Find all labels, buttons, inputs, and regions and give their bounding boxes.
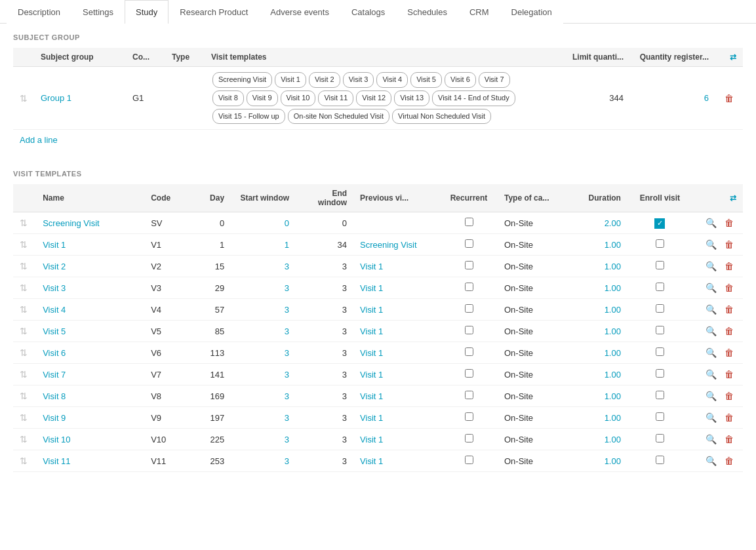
- recurrent-checkbox[interactable]: [440, 429, 498, 450]
- delete-button[interactable]: 🗑: [722, 411, 736, 424]
- start-window[interactable]: 3: [231, 385, 296, 407]
- nav-tab-study[interactable]: Study: [125, 0, 169, 24]
- search-button[interactable]: 🔍: [703, 454, 719, 467]
- start-window[interactable]: 3: [231, 342, 296, 364]
- visit-tag[interactable]: Visit 4: [376, 72, 408, 88]
- visit-name[interactable]: Visit 8: [36, 385, 144, 407]
- recurrent-checkbox[interactable]: [440, 299, 498, 321]
- start-window[interactable]: 3: [231, 277, 296, 299]
- drag-handle[interactable]: ⇅: [13, 450, 36, 472]
- drag-handle[interactable]: ⇅: [13, 256, 36, 277]
- search-button[interactable]: 🔍: [703, 260, 719, 273]
- visit-tag[interactable]: Visit 6: [445, 72, 476, 88]
- sg-col-settings[interactable]: ⇄: [715, 48, 743, 67]
- visit-name[interactable]: Visit 11: [36, 450, 144, 472]
- drag-handle[interactable]: ⇅: [13, 212, 36, 234]
- visit-name[interactable]: Visit 9: [36, 407, 144, 429]
- delete-button[interactable]: 🗑: [722, 454, 736, 467]
- enroll-visit-cell[interactable]: [627, 256, 692, 277]
- visit-tag[interactable]: On-site Non Scheduled Visit: [288, 109, 389, 125]
- delete-button[interactable]: 🗑: [722, 281, 736, 294]
- drag-handle[interactable]: ⇅: [13, 299, 36, 321]
- visit-name[interactable]: Visit 1: [36, 234, 144, 256]
- visit-tag[interactable]: Visit 14 - End of Study: [432, 90, 515, 106]
- enroll-visit-cell[interactable]: [627, 429, 692, 450]
- visit-tag[interactable]: Visit 3: [343, 72, 374, 88]
- start-window[interactable]: 3: [231, 407, 296, 429]
- start-window[interactable]: 0: [231, 212, 296, 234]
- enroll-visit-cell[interactable]: [627, 277, 692, 299]
- search-button[interactable]: 🔍: [703, 389, 719, 403]
- enroll-visit-cell[interactable]: [627, 342, 692, 364]
- recurrent-checkbox[interactable]: [440, 407, 498, 429]
- nav-tab-schedules[interactable]: Schedules: [396, 0, 458, 24]
- add-line-button[interactable]: Add a line: [13, 130, 743, 150]
- nav-tab-description[interactable]: Description: [7, 0, 71, 24]
- recurrent-checkbox[interactable]: [440, 234, 498, 256]
- enroll-visit-cell[interactable]: [627, 450, 692, 472]
- recurrent-checkbox[interactable]: [440, 212, 498, 234]
- visit-tag[interactable]: Visit 8: [212, 90, 244, 106]
- delete-button[interactable]: 🗑: [722, 324, 736, 338]
- start-window[interactable]: 3: [231, 299, 296, 321]
- visit-tag[interactable]: Visit 12: [356, 90, 391, 106]
- enroll-visit-cell[interactable]: [627, 321, 692, 342]
- drag-handle[interactable]: ⇅: [13, 364, 36, 385]
- visit-name[interactable]: Visit 2: [36, 256, 144, 277]
- search-button[interactable]: 🔍: [703, 346, 719, 359]
- visit-name[interactable]: Visit 6: [36, 342, 144, 364]
- delete-button[interactable]: 🗑: [722, 303, 736, 316]
- start-window[interactable]: 3: [231, 364, 296, 385]
- delete-button[interactable]: 🗑: [722, 238, 736, 251]
- delete-button[interactable]: 🗑: [722, 389, 736, 403]
- visit-tag[interactable]: Visit 13: [394, 90, 429, 106]
- drag-handle[interactable]: ⇅: [13, 429, 36, 450]
- group-name[interactable]: Group 1: [34, 67, 126, 130]
- visit-tag[interactable]: Visit 9: [247, 90, 278, 106]
- search-button[interactable]: 🔍: [703, 368, 719, 381]
- drag-handle[interactable]: ⇅: [13, 67, 34, 130]
- delete-button[interactable]: 🗑: [722, 260, 736, 273]
- recurrent-checkbox[interactable]: [440, 342, 498, 364]
- visit-name[interactable]: Visit 5: [36, 321, 144, 342]
- recurrent-checkbox[interactable]: [440, 450, 498, 472]
- recurrent-checkbox[interactable]: [440, 364, 498, 385]
- enroll-visit-cell[interactable]: [627, 234, 692, 256]
- recurrent-checkbox[interactable]: [440, 321, 498, 342]
- search-button[interactable]: 🔍: [703, 303, 719, 316]
- enroll-visit-cell[interactable]: [627, 299, 692, 321]
- search-button[interactable]: 🔍: [703, 238, 719, 251]
- visit-name[interactable]: Visit 3: [36, 277, 144, 299]
- delete-button[interactable]: 🗑: [722, 92, 736, 105]
- enroll-visit-cell[interactable]: ✓: [627, 212, 692, 234]
- search-button[interactable]: 🔍: [703, 433, 719, 446]
- nav-tab-delegation[interactable]: Delegation: [500, 0, 563, 24]
- drag-handle[interactable]: ⇅: [13, 342, 36, 364]
- nav-tab-crm[interactable]: CRM: [458, 0, 500, 24]
- visit-name[interactable]: Visit 10: [36, 429, 144, 450]
- delete-button[interactable]: 🗑: [722, 368, 736, 381]
- nav-tab-adverse-events[interactable]: Adverse events: [259, 0, 340, 24]
- drag-handle[interactable]: ⇅: [13, 407, 36, 429]
- delete-row[interactable]: 🗑: [715, 67, 743, 130]
- search-button[interactable]: 🔍: [703, 411, 719, 424]
- visit-tag[interactable]: Visit 10: [281, 90, 316, 106]
- start-window[interactable]: 3: [231, 321, 296, 342]
- visit-tag[interactable]: Visit 7: [479, 72, 510, 88]
- start-window[interactable]: 3: [231, 450, 296, 472]
- visit-tag[interactable]: Visit 15 - Follow up: [212, 109, 285, 125]
- enroll-visit-cell[interactable]: [627, 407, 692, 429]
- visit-tag[interactable]: Visit 1: [275, 72, 306, 88]
- recurrent-checkbox[interactable]: [440, 256, 498, 277]
- enroll-visit-cell[interactable]: [627, 385, 692, 407]
- nav-tab-settings[interactable]: Settings: [71, 0, 125, 24]
- delete-button[interactable]: 🗑: [722, 216, 736, 229]
- visit-name[interactable]: Screening Visit: [36, 212, 144, 234]
- search-button[interactable]: 🔍: [703, 216, 719, 229]
- visit-tag[interactable]: Visit 2: [309, 72, 340, 88]
- search-button[interactable]: 🔍: [703, 324, 719, 338]
- nav-tab-research-product[interactable]: Research Product: [169, 0, 259, 24]
- visit-tag[interactable]: Screening Visit: [212, 72, 272, 88]
- delete-button[interactable]: 🗑: [722, 433, 736, 446]
- start-window[interactable]: 3: [231, 256, 296, 277]
